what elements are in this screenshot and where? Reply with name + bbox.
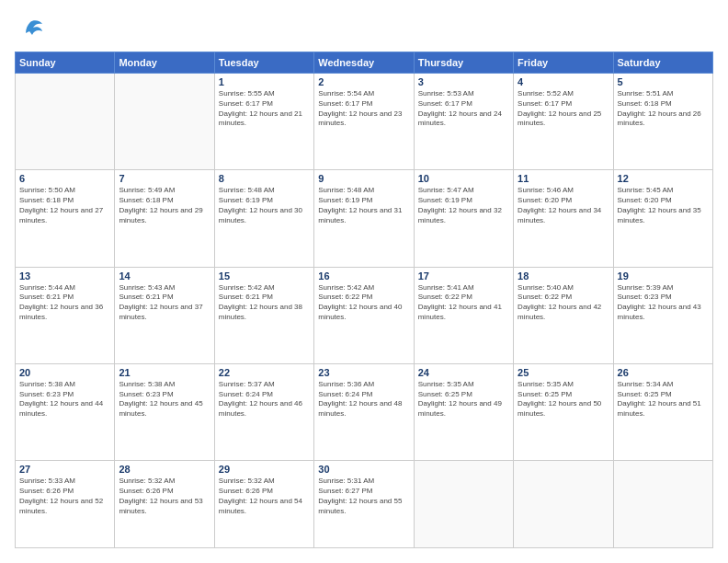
calendar-cell: 13Sunrise: 5:44 AM Sunset: 6:21 PM Dayli…	[16, 267, 115, 363]
day-number: 22	[219, 367, 310, 378]
day-info: Sunrise: 5:46 AM Sunset: 6:20 PM Dayligh…	[518, 186, 609, 225]
day-info: Sunrise: 5:37 AM Sunset: 6:24 PM Dayligh…	[219, 380, 310, 419]
day-info: Sunrise: 5:43 AM Sunset: 6:21 PM Dayligh…	[119, 283, 210, 323]
calendar-cell: 22Sunrise: 5:37 AM Sunset: 6:24 PM Dayli…	[214, 363, 313, 460]
calendar-cell: 18Sunrise: 5:40 AM Sunset: 6:22 PM Dayli…	[514, 267, 613, 363]
day-info: Sunrise: 5:41 AM Sunset: 6:22 PM Dayligh…	[418, 283, 509, 323]
calendar-cell: 19Sunrise: 5:39 AM Sunset: 6:23 PM Dayli…	[613, 267, 712, 363]
day-info: Sunrise: 5:39 AM Sunset: 6:23 PM Dayligh…	[618, 283, 709, 323]
day-number: 8	[219, 173, 310, 184]
day-info: Sunrise: 5:53 AM Sunset: 6:17 PM Dayligh…	[418, 89, 509, 129]
calendar-cell: 28Sunrise: 5:32 AM Sunset: 6:26 PM Dayli…	[115, 461, 214, 548]
calendar-cell	[414, 461, 513, 548]
calendar-cell: 24Sunrise: 5:35 AM Sunset: 6:25 PM Dayli…	[414, 363, 513, 460]
day-number: 17	[418, 270, 509, 282]
calendar-cell	[514, 461, 613, 548]
logo-bird-icon	[17, 15, 44, 42]
calendar-cell: 4Sunrise: 5:52 AM Sunset: 6:17 PM Daylig…	[514, 74, 613, 170]
calendar-cell: 26Sunrise: 5:34 AM Sunset: 6:25 PM Dayli…	[613, 363, 712, 460]
day-number: 25	[518, 367, 609, 378]
day-info: Sunrise: 5:34 AM Sunset: 6:25 PM Dayligh…	[618, 380, 709, 419]
day-number: 20	[19, 367, 110, 378]
day-number: 10	[418, 173, 509, 184]
day-info: Sunrise: 5:51 AM Sunset: 6:18 PM Dayligh…	[618, 89, 709, 129]
day-number: 15	[219, 270, 310, 282]
day-number: 24	[418, 367, 509, 378]
calendar-cell: 9Sunrise: 5:48 AM Sunset: 6:19 PM Daylig…	[314, 170, 414, 267]
weekday-header-monday: Monday	[115, 52, 214, 74]
weekday-header-row: SundayMondayTuesdayWednesdayThursdayFrid…	[16, 52, 713, 74]
day-number: 11	[518, 173, 609, 184]
day-number: 13	[19, 270, 110, 282]
day-number: 27	[19, 464, 110, 475]
weekday-header-thursday: Thursday	[414, 52, 513, 74]
day-number: 21	[119, 367, 210, 378]
day-info: Sunrise: 5:38 AM Sunset: 6:23 PM Dayligh…	[119, 380, 210, 419]
logo	[15, 15, 44, 42]
day-info: Sunrise: 5:32 AM Sunset: 6:26 PM Dayligh…	[119, 477, 210, 516]
day-number: 28	[119, 464, 210, 475]
week-row-5: 27Sunrise: 5:33 AM Sunset: 6:26 PM Dayli…	[16, 461, 713, 548]
day-number: 23	[318, 367, 409, 378]
week-row-1: 1Sunrise: 5:55 AM Sunset: 6:17 PM Daylig…	[16, 74, 713, 170]
weekday-header-saturday: Saturday	[613, 52, 712, 74]
calendar-cell: 8Sunrise: 5:48 AM Sunset: 6:19 PM Daylig…	[214, 170, 313, 267]
calendar-cell	[115, 74, 214, 170]
day-number: 7	[119, 173, 210, 184]
calendar-cell: 14Sunrise: 5:43 AM Sunset: 6:21 PM Dayli…	[115, 267, 214, 363]
day-info: Sunrise: 5:52 AM Sunset: 6:17 PM Dayligh…	[518, 89, 609, 129]
day-info: Sunrise: 5:33 AM Sunset: 6:26 PM Dayligh…	[19, 477, 110, 516]
week-row-3: 13Sunrise: 5:44 AM Sunset: 6:21 PM Dayli…	[16, 267, 713, 363]
day-number: 9	[318, 173, 409, 184]
header	[15, 15, 713, 42]
day-info: Sunrise: 5:38 AM Sunset: 6:23 PM Dayligh…	[19, 380, 110, 419]
day-info: Sunrise: 5:45 AM Sunset: 6:20 PM Dayligh…	[618, 186, 709, 225]
calendar-cell: 29Sunrise: 5:32 AM Sunset: 6:26 PM Dayli…	[214, 461, 313, 548]
day-info: Sunrise: 5:31 AM Sunset: 6:27 PM Dayligh…	[318, 477, 409, 516]
calendar-cell: 17Sunrise: 5:41 AM Sunset: 6:22 PM Dayli…	[414, 267, 513, 363]
week-row-4: 20Sunrise: 5:38 AM Sunset: 6:23 PM Dayli…	[16, 363, 713, 460]
calendar-cell: 25Sunrise: 5:35 AM Sunset: 6:25 PM Dayli…	[514, 363, 613, 460]
day-info: Sunrise: 5:40 AM Sunset: 6:22 PM Dayligh…	[518, 283, 609, 323]
day-info: Sunrise: 5:55 AM Sunset: 6:17 PM Dayligh…	[219, 89, 310, 129]
day-number: 12	[618, 173, 709, 184]
calendar-cell: 23Sunrise: 5:36 AM Sunset: 6:24 PM Dayli…	[314, 363, 414, 460]
calendar-cell: 1Sunrise: 5:55 AM Sunset: 6:17 PM Daylig…	[214, 74, 313, 170]
calendar-cell: 7Sunrise: 5:49 AM Sunset: 6:18 PM Daylig…	[115, 170, 214, 267]
day-info: Sunrise: 5:48 AM Sunset: 6:19 PM Dayligh…	[318, 186, 409, 225]
day-number: 14	[119, 270, 210, 282]
calendar-cell: 12Sunrise: 5:45 AM Sunset: 6:20 PM Dayli…	[613, 170, 712, 267]
weekday-header-friday: Friday	[514, 52, 613, 74]
day-number: 19	[618, 270, 709, 282]
day-info: Sunrise: 5:35 AM Sunset: 6:25 PM Dayligh…	[418, 380, 509, 419]
day-number: 5	[618, 76, 709, 87]
day-info: Sunrise: 5:36 AM Sunset: 6:24 PM Dayligh…	[318, 380, 409, 419]
weekday-header-tuesday: Tuesday	[214, 52, 313, 74]
calendar-cell	[613, 461, 712, 548]
day-number: 29	[219, 464, 310, 475]
day-info: Sunrise: 5:42 AM Sunset: 6:22 PM Dayligh…	[318, 283, 409, 323]
day-info: Sunrise: 5:50 AM Sunset: 6:18 PM Dayligh…	[19, 186, 110, 225]
day-number: 4	[518, 76, 609, 87]
weekday-header-sunday: Sunday	[16, 52, 115, 74]
day-info: Sunrise: 5:47 AM Sunset: 6:19 PM Dayligh…	[418, 186, 509, 225]
calendar-cell: 15Sunrise: 5:42 AM Sunset: 6:21 PM Dayli…	[214, 267, 313, 363]
day-number: 18	[518, 270, 609, 282]
week-row-2: 6Sunrise: 5:50 AM Sunset: 6:18 PM Daylig…	[16, 170, 713, 267]
day-info: Sunrise: 5:44 AM Sunset: 6:21 PM Dayligh…	[19, 283, 110, 323]
day-number: 26	[618, 367, 709, 378]
calendar-table: SundayMondayTuesdayWednesdayThursdayFrid…	[15, 52, 713, 548]
calendar-cell: 20Sunrise: 5:38 AM Sunset: 6:23 PM Dayli…	[16, 363, 115, 460]
calendar-cell: 3Sunrise: 5:53 AM Sunset: 6:17 PM Daylig…	[414, 74, 513, 170]
day-info: Sunrise: 5:54 AM Sunset: 6:17 PM Dayligh…	[318, 89, 409, 129]
day-info: Sunrise: 5:49 AM Sunset: 6:18 PM Dayligh…	[119, 186, 210, 225]
day-number: 2	[318, 76, 409, 87]
calendar-cell: 30Sunrise: 5:31 AM Sunset: 6:27 PM Dayli…	[314, 461, 414, 548]
calendar-cell: 2Sunrise: 5:54 AM Sunset: 6:17 PM Daylig…	[314, 74, 414, 170]
calendar-cell: 11Sunrise: 5:46 AM Sunset: 6:20 PM Dayli…	[514, 170, 613, 267]
day-number: 6	[19, 173, 110, 184]
day-info: Sunrise: 5:32 AM Sunset: 6:26 PM Dayligh…	[219, 477, 310, 516]
day-info: Sunrise: 5:48 AM Sunset: 6:19 PM Dayligh…	[219, 186, 310, 225]
day-number: 1	[219, 76, 310, 87]
weekday-header-wednesday: Wednesday	[314, 52, 414, 74]
